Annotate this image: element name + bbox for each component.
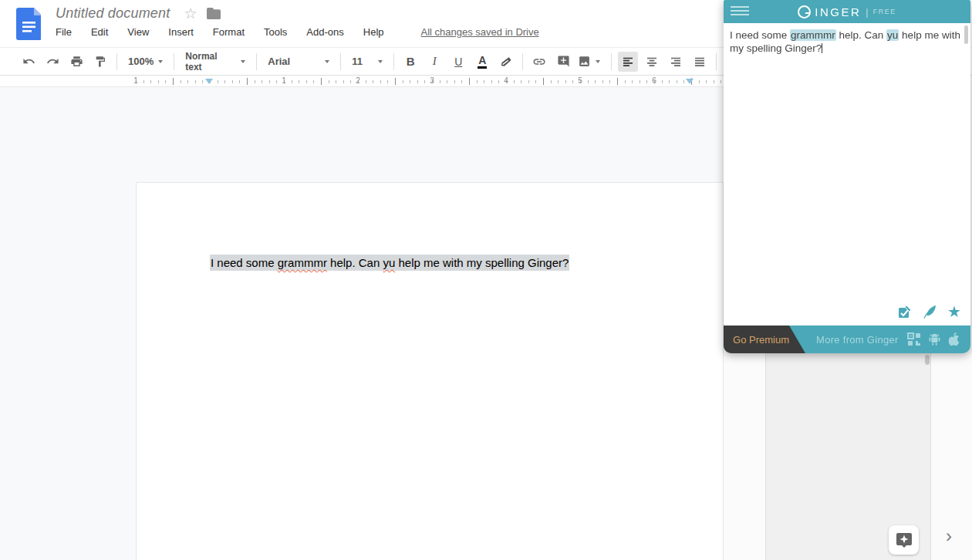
ginger-input-text[interactable]: I need some grammmr help. Can yu help me… xyxy=(730,29,961,55)
menu-help[interactable]: Help xyxy=(363,26,384,38)
text-color-button[interactable]: A xyxy=(472,52,492,72)
document-title[interactable]: Untitled document xyxy=(56,5,170,22)
go-premium-label: Go Premium xyxy=(733,334,789,346)
align-right-button[interactable] xyxy=(666,52,686,72)
print-button[interactable] xyxy=(66,52,86,72)
ginger-brand-divider: | xyxy=(866,6,868,18)
doc-text-segment: I need some xyxy=(211,256,278,269)
toolbar-separator xyxy=(716,53,717,70)
italic-button[interactable]: I xyxy=(424,52,444,72)
ginger-footer: Go Premium More from Ginger xyxy=(724,326,970,353)
ginger-plan-badge: FREE xyxy=(873,8,896,15)
android-icon[interactable] xyxy=(928,332,941,346)
insert-comment-button[interactable] xyxy=(553,52,573,72)
menu-tools[interactable]: Tools xyxy=(264,26,287,38)
menu-bar: File Edit View Insert Format Tools Add-o… xyxy=(56,26,539,38)
ginger-text-segment: I need some xyxy=(730,29,790,41)
qr-code-icon[interactable] xyxy=(906,332,922,347)
sidebar-scrollbar[interactable] xyxy=(925,355,930,365)
document-text-line[interactable]: I need some grammmr help. Can yu help me… xyxy=(210,256,569,269)
ginger-panel: GINGER | FREE I need some grammmr help. … xyxy=(724,0,970,353)
menu-edit[interactable]: Edit xyxy=(91,26,108,38)
saved-status-link[interactable]: All changes saved in Drive xyxy=(421,26,539,38)
underline-button[interactable]: U xyxy=(448,52,468,72)
font-size-value: 11 xyxy=(352,56,363,67)
chevron-down-icon xyxy=(241,60,245,63)
insert-link-button[interactable] xyxy=(529,52,549,72)
toolbar-separator xyxy=(611,53,612,70)
justify-icon xyxy=(694,56,706,68)
align-left-button[interactable] xyxy=(618,52,638,72)
ginger-scrollbar[interactable] xyxy=(964,25,968,44)
toolbar-separator xyxy=(174,53,174,70)
left-indent-marker[interactable] xyxy=(205,79,213,84)
bold-label: B xyxy=(407,55,415,68)
misspelled-word-grammmr[interactable]: grammmr xyxy=(278,256,327,269)
ruler-number: 5 xyxy=(576,76,584,85)
insert-image-button[interactable] xyxy=(573,52,605,72)
ginger-brand-text: INGER xyxy=(815,5,861,19)
image-icon xyxy=(578,55,591,68)
spellcheck-doc-icon xyxy=(897,304,913,319)
ginger-highlight-yu[interactable]: yu xyxy=(886,29,899,41)
add-comment-icon xyxy=(557,55,570,68)
paragraph-style-select[interactable]: Normal text xyxy=(181,52,250,72)
right-indent-marker[interactable] xyxy=(686,79,694,84)
ruler-number: 4 xyxy=(502,76,510,85)
redo-button[interactable] xyxy=(42,52,62,72)
misspelled-word-yu[interactable]: yu xyxy=(383,256,395,269)
align-center-button[interactable] xyxy=(642,52,662,72)
right-side-area: › xyxy=(724,353,972,560)
menu-format[interactable]: Format xyxy=(213,26,245,38)
ginger-highlight-grammmr[interactable]: grammmr xyxy=(790,29,836,41)
more-from-ginger-label: More from Ginger xyxy=(816,334,899,346)
text-cursor xyxy=(822,43,822,53)
explore-icon xyxy=(895,531,913,549)
align-left-icon xyxy=(622,56,634,68)
google-docs-logo[interactable] xyxy=(16,8,41,40)
ruler: 1 1 2 3 4 5 6 xyxy=(0,76,725,87)
ginger-header: GINGER | FREE xyxy=(724,0,970,23)
ginger-logo-g: G xyxy=(798,5,811,19)
explore-button[interactable] xyxy=(889,525,919,555)
undo-icon xyxy=(22,55,35,68)
underline-label: U xyxy=(454,56,462,68)
menu-insert[interactable]: Insert xyxy=(168,26,194,38)
ruler-number: 1 xyxy=(280,76,288,85)
font-family-select[interactable]: Arial xyxy=(263,52,334,72)
toolbar-separator xyxy=(256,53,257,70)
undo-button[interactable] xyxy=(19,52,39,72)
ginger-spellcheck-button[interactable] xyxy=(897,304,913,319)
align-center-icon xyxy=(646,56,658,68)
menu-view[interactable]: View xyxy=(127,26,149,38)
text-color-label: A xyxy=(478,55,487,69)
bold-button[interactable]: B xyxy=(400,52,420,72)
ginger-text-area[interactable]: I need some grammmr help. Can yu help me… xyxy=(724,23,970,326)
doc-text-segment: help. Can xyxy=(327,256,383,269)
menu-file[interactable]: File xyxy=(56,26,72,38)
ginger-favorites-button[interactable]: ★ xyxy=(947,304,961,319)
paragraph-style-value: Normal text xyxy=(185,51,236,73)
zoom-select[interactable]: 100% xyxy=(123,52,167,72)
ruler-number: 1 xyxy=(132,76,140,85)
quill-icon xyxy=(923,305,937,319)
doc-text-segment: help me with my spelling Ginger? xyxy=(395,256,569,269)
ginger-text-segment: help. Can xyxy=(836,29,886,41)
collapse-sidebar-chevron[interactable]: › xyxy=(946,527,952,545)
document-page[interactable]: I need some grammmr help. Can yu help me… xyxy=(136,182,724,560)
move-to-folder-icon[interactable] xyxy=(207,8,221,19)
paint-format-button[interactable] xyxy=(90,52,110,72)
font-family-value: Arial xyxy=(268,56,290,67)
ruler-ticks xyxy=(130,76,724,87)
ginger-rephrase-button[interactable] xyxy=(923,305,937,319)
italic-label: I xyxy=(433,55,437,68)
menu-addons[interactable]: Add-ons xyxy=(306,26,343,38)
go-premium-button[interactable]: Go Premium xyxy=(724,326,805,353)
toolbar-separator xyxy=(116,53,117,70)
highlight-color-button[interactable] xyxy=(496,52,516,72)
star-icon[interactable]: ☆ xyxy=(184,6,197,21)
justify-button[interactable] xyxy=(690,52,710,72)
font-size-select[interactable]: 11 xyxy=(347,52,387,72)
apple-icon[interactable] xyxy=(947,332,960,347)
toolbar-separator xyxy=(522,53,523,70)
